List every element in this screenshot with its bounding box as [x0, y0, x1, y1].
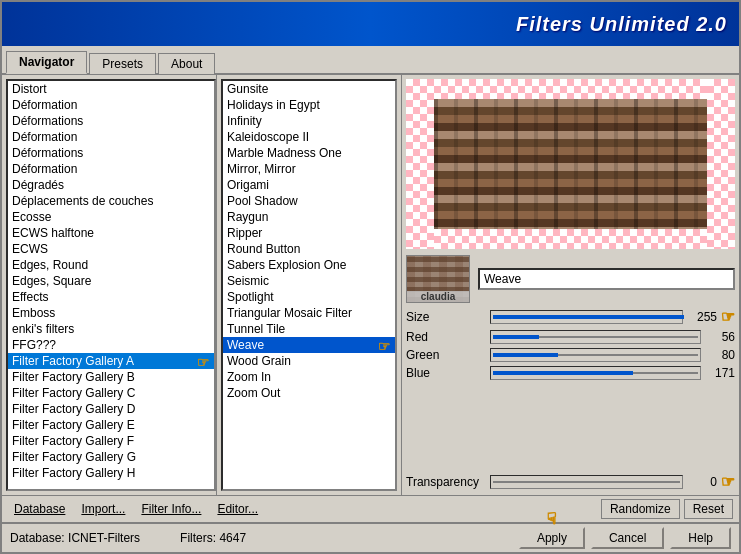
filter-list[interactable]: GunsiteHolidays in EgyptInfinityKaleidos…	[221, 79, 397, 491]
middle-list-item[interactable]: Kaleidoscope II	[223, 129, 395, 145]
middle-list-item[interactable]: Origami	[223, 177, 395, 193]
left-list-item[interactable]: Effects	[8, 289, 214, 305]
param-red-slider[interactable]	[490, 330, 701, 344]
tab-bar: Navigator Presets About	[2, 46, 739, 75]
left-list-item[interactable]: Filter Factory Gallery A☞	[8, 353, 214, 369]
left-list-item[interactable]: ECWS halftone	[8, 225, 214, 241]
left-list-item[interactable]: Ecosse	[8, 209, 214, 225]
app-title: Filters Unlimited 2.0	[516, 13, 727, 36]
main-window: Filters Unlimited 2.0 Navigator Presets …	[0, 0, 741, 554]
left-list-item[interactable]: Déformation	[8, 161, 214, 177]
apply-button[interactable]: Apply	[519, 527, 585, 549]
left-list-item[interactable]: Déformations	[8, 145, 214, 161]
left-list-item[interactable]: Déformations	[8, 113, 214, 129]
left-list-item[interactable]: ECWS	[8, 241, 214, 257]
param-green-value: 80	[705, 348, 735, 362]
size-finger-icon: ☞	[721, 307, 735, 326]
param-red-row: Red 56	[406, 330, 735, 344]
import-button[interactable]: Import...	[75, 500, 131, 518]
left-list-finger-icon: ☞	[197, 354, 210, 370]
middle-list-item[interactable]: Wood Grain	[223, 353, 395, 369]
help-button[interactable]: Help	[670, 527, 731, 549]
middle-list-item[interactable]: Mirror, Mirror	[223, 161, 395, 177]
editor-button[interactable]: Editor...	[211, 500, 264, 518]
middle-list-item[interactable]: Gunsite	[223, 81, 395, 97]
reset-button[interactable]: Reset	[684, 499, 733, 519]
preview-weave-stripe	[434, 99, 707, 229]
left-list-item[interactable]: FFG???	[8, 337, 214, 353]
randomize-button[interactable]: Randomize	[601, 499, 680, 519]
middle-list-item[interactable]: Seismic	[223, 273, 395, 289]
preview-checker-bottom	[434, 229, 707, 249]
database-status: Database: ICNET-Filters	[10, 531, 140, 545]
tab-navigator[interactable]: Navigator	[6, 51, 87, 74]
preview-checker-top	[434, 79, 707, 99]
tab-presets[interactable]: Presets	[89, 53, 156, 74]
left-list-item[interactable]: Déformation	[8, 129, 214, 145]
param-blue-value: 171	[705, 366, 735, 380]
action-bar: Database Import... Filter Info... Editor…	[2, 495, 739, 522]
main-content: DistortDéformationDéformationsDéformatio…	[2, 75, 739, 495]
middle-list-item[interactable]: Ripper	[223, 225, 395, 241]
params-area: Size 255 ☞ Red 56	[406, 307, 735, 491]
thumbnail-area: claudia Weave	[406, 255, 735, 303]
left-panel: DistortDéformationDéformationsDéformatio…	[2, 75, 217, 495]
tab-about[interactable]: About	[158, 53, 215, 74]
middle-list-item[interactable]: Spotlight	[223, 289, 395, 305]
left-list-item[interactable]: Dégradés	[8, 177, 214, 193]
left-list-item[interactable]: Filter Factory Gallery B	[8, 369, 214, 385]
left-list-item[interactable]: Filter Factory Gallery D	[8, 401, 214, 417]
middle-list-item[interactable]: Weave☞	[223, 337, 395, 353]
middle-list-finger-icon: ☞	[378, 338, 391, 354]
left-list-item[interactable]: Déplacements de couches	[8, 193, 214, 209]
left-list-item[interactable]: Filter Factory Gallery G	[8, 449, 214, 465]
param-green-slider[interactable]	[490, 348, 701, 362]
middle-list-item[interactable]: Zoom Out	[223, 385, 395, 401]
left-list-item[interactable]: Distort	[8, 81, 214, 97]
param-red-value: 56	[705, 330, 735, 344]
middle-list-item[interactable]: Infinity	[223, 113, 395, 129]
middle-list-item[interactable]: Marble Madness One	[223, 145, 395, 161]
left-list-item[interactable]: Emboss	[8, 305, 214, 321]
param-transparency-row: Transparency 0 ☞	[406, 472, 735, 491]
cancel-button[interactable]: Cancel	[591, 527, 664, 549]
database-label: Database:	[10, 531, 65, 545]
middle-list-item[interactable]: Round Button	[223, 241, 395, 257]
left-list-item[interactable]: Edges, Square	[8, 273, 214, 289]
param-blue-slider[interactable]	[490, 366, 701, 380]
param-size-value: 255	[687, 310, 717, 324]
transparency-finger-icon: ☞	[721, 472, 735, 491]
database-value: ICNET-Filters	[68, 531, 140, 545]
left-list-item[interactable]: Filter Factory Gallery E	[8, 417, 214, 433]
database-button[interactable]: Database	[8, 500, 71, 518]
middle-list-item[interactable]: Tunnel Tile	[223, 321, 395, 337]
category-list[interactable]: DistortDéformationDéformationsDéformatio…	[6, 79, 216, 491]
left-list-item[interactable]: Edges, Round	[8, 257, 214, 273]
param-size-slider[interactable]	[490, 310, 683, 324]
filter-name-display: Weave	[478, 268, 735, 290]
status-bar: Database: ICNET-Filters Filters: 4647 ☟ …	[2, 522, 739, 552]
title-bar: Filters Unlimited 2.0	[2, 2, 739, 46]
left-list-item[interactable]: Déformation	[8, 97, 214, 113]
filters-label: Filters:	[180, 531, 216, 545]
param-transparency-slider[interactable]	[490, 475, 683, 489]
middle-list-item[interactable]: Raygun	[223, 209, 395, 225]
middle-list-item[interactable]: Sabers Explosion One	[223, 257, 395, 273]
param-green-label: Green	[406, 348, 486, 362]
middle-list-item[interactable]: Holidays in Egypt	[223, 97, 395, 113]
left-list-item[interactable]: enki's filters	[8, 321, 214, 337]
filter-info-button[interactable]: Filter Info...	[135, 500, 207, 518]
preview-checker-left	[406, 79, 434, 249]
middle-panel: GunsiteHolidays in EgyptInfinityKaleidos…	[217, 75, 402, 495]
param-size-row: Size 255 ☞	[406, 307, 735, 326]
right-panel: claudia Weave Size 255 ☞	[402, 75, 739, 495]
category-list-container: DistortDéformationDéformationsDéformatio…	[2, 75, 216, 495]
middle-list-item[interactable]: Zoom In	[223, 369, 395, 385]
preview-checker-right	[707, 79, 735, 249]
filters-status: Filters: 4647	[180, 531, 246, 545]
left-list-item[interactable]: Filter Factory Gallery C	[8, 385, 214, 401]
left-list-item[interactable]: Filter Factory Gallery H	[8, 465, 214, 481]
left-list-item[interactable]: Filter Factory Gallery F	[8, 433, 214, 449]
middle-list-item[interactable]: Pool Shadow	[223, 193, 395, 209]
middle-list-item[interactable]: Triangular Mosaic Filter	[223, 305, 395, 321]
